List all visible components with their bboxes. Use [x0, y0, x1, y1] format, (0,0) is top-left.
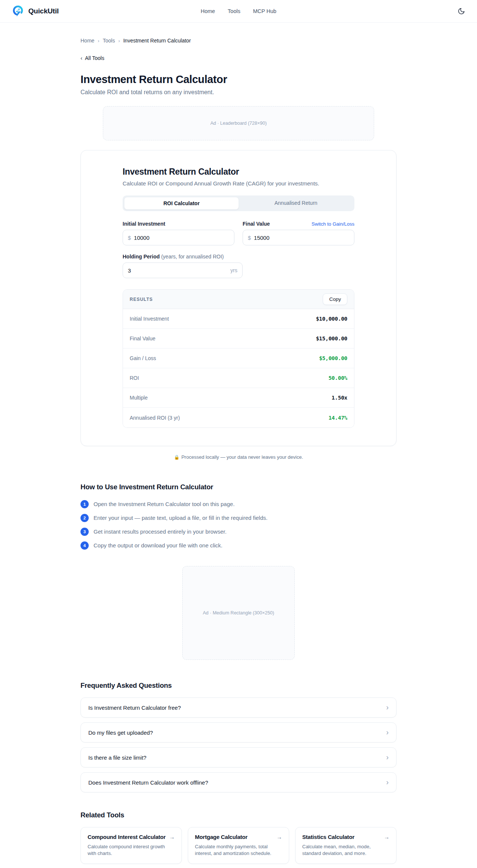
faq-item[interactable]: Is Investment Return Calculator free? › — [80, 697, 397, 718]
holding-period-hint: (years, for annualised ROI) — [160, 254, 224, 260]
result-row: Multiple 1.50x — [123, 388, 354, 408]
calculator-title: Investment Return Calculator — [123, 167, 354, 177]
related-card-mortgage[interactable]: Mortgage Calculator → Calculate monthly … — [188, 827, 289, 864]
chevron-right-icon: › — [386, 753, 389, 761]
chevron-right-icon: › — [386, 703, 389, 711]
switch-to-gain-loss-link[interactable]: Switch to Gain/Loss — [312, 221, 354, 227]
ad-leaderboard-label: Ad · Leaderboard (728×90) — [210, 121, 266, 126]
result-value: $10,000.00 — [316, 316, 347, 322]
tab-roi-calculator[interactable]: ROI Calculator — [124, 197, 239, 210]
holding-period-input[interactable] — [128, 267, 227, 274]
ad-leaderboard: Ad · Leaderboard (728×90) — [103, 106, 374, 140]
final-value-input[interactable] — [254, 235, 349, 241]
step-number-badge: 1 — [80, 500, 89, 508]
privacy-note: 🔒Processed locally — your data never lea… — [80, 454, 397, 460]
result-value: $15,000.00 — [316, 336, 347, 341]
how-to-section: How to Use Investment Return Calculator … — [80, 483, 397, 550]
how-to-title: How to Use Investment Return Calculator — [80, 483, 397, 491]
holding-period-row: Holding Period (years, for annualised RO… — [123, 254, 354, 278]
dollar-prefix: $ — [248, 235, 251, 241]
chevron-right-icon: › — [386, 728, 389, 736]
moon-icon[interactable] — [458, 7, 465, 15]
faq-item[interactable]: Does Investment Return Calculator work o… — [80, 772, 397, 792]
site-header: QuickUtil Home Tools MCP Hub — [0, 0, 477, 23]
yrs-suffix: yrs — [230, 267, 237, 273]
arrow-right-icon: → — [169, 834, 175, 840]
chevron-right-icon: › — [386, 778, 389, 786]
main-nav: Home Tools MCP Hub — [109, 8, 368, 14]
chevron-left-icon: ‹ — [80, 55, 82, 61]
breadcrumb-current: Investment Return Calculator — [123, 38, 191, 44]
step-number-badge: 4 — [80, 541, 89, 550]
result-value: 50.00% — [328, 375, 347, 381]
page-subtitle: Calculate ROI and total returns on any i… — [80, 89, 397, 96]
faq-title: Frequently Asked Questions — [80, 681, 397, 690]
result-value: $5,000.00 — [319, 355, 347, 361]
related-card-statistics[interactable]: Statistics Calculator → Calculate mean, … — [295, 827, 397, 864]
result-row: Gain / Loss $5,000.00 — [123, 349, 354, 368]
initial-investment-input[interactable] — [134, 235, 229, 241]
results-panel: RESULTS Copy Initial Investment $10,000.… — [123, 289, 354, 428]
tab-annualised-return[interactable]: Annualised Return — [239, 197, 353, 210]
nav-tools[interactable]: Tools — [228, 8, 240, 14]
arrow-right-icon: → — [277, 834, 282, 840]
theme-toggle[interactable] — [368, 7, 465, 15]
initial-investment-label: Initial Investment — [123, 221, 165, 227]
results-header: RESULTS Copy — [123, 290, 354, 309]
breadcrumb-separator-icon: › — [118, 38, 120, 44]
faq-item[interactable]: Do my files get uploaded? › — [80, 722, 397, 743]
result-value: 14.47% — [328, 415, 347, 421]
final-value-field: $ — [243, 230, 354, 245]
final-value-label: Final Value — [243, 221, 270, 227]
step-number-badge: 3 — [80, 528, 89, 536]
nav-mcp-hub[interactable]: MCP Hub — [253, 8, 277, 14]
how-to-step: 1 Open the Investment Return Calculator … — [80, 500, 397, 508]
breadcrumb-separator-icon: › — [98, 38, 99, 44]
faq-item[interactable]: Is there a file size limit? › — [80, 747, 397, 767]
calculator-card: Investment Return Calculator Calculate R… — [80, 150, 397, 446]
step-number-badge: 2 — [80, 514, 89, 522]
faq-section: Frequently Asked Questions Is Investment… — [80, 681, 397, 792]
lock-icon: 🔒 — [174, 455, 180, 460]
copy-button[interactable]: Copy — [323, 293, 347, 305]
breadcrumb-home[interactable]: Home — [80, 38, 94, 44]
result-row: Annualised ROI (3 yr) 14.47% — [123, 408, 354, 427]
holding-period-label: Holding Period (years, for annualised RO… — [123, 254, 224, 260]
page-title: Investment Return Calculator — [80, 73, 397, 86]
breadcrumb-tools[interactable]: Tools — [103, 38, 115, 44]
initial-investment-field: $ — [123, 230, 234, 245]
related-tools-title: Related Tools — [80, 811, 397, 819]
arrow-right-icon: → — [384, 834, 389, 840]
breadcrumb: Home › Tools › Investment Return Calcula… — [80, 38, 397, 44]
quickutil-logo-icon — [12, 5, 25, 18]
how-to-step: 4 Copy the output or download your file … — [80, 541, 397, 550]
related-card-compound-interest[interactable]: Compound Interest Calculator → Calculate… — [80, 827, 182, 864]
dollar-prefix: $ — [128, 235, 131, 241]
result-value: 1.50x — [332, 395, 347, 401]
all-tools-back-link[interactable]: ‹ All Tools — [80, 55, 104, 61]
brand[interactable]: QuickUtil — [12, 5, 109, 18]
how-to-step: 3 Get instant results processed entirely… — [80, 528, 397, 536]
back-link-label: All Tools — [85, 55, 104, 61]
brand-name: QuickUtil — [28, 7, 59, 15]
calculator-form: Initial Investment $ Final Value Switch … — [123, 221, 354, 245]
result-row: Initial Investment $10,000.00 — [123, 309, 354, 329]
result-row: ROI 50.00% — [123, 368, 354, 388]
calculator-subtitle: Calculate ROI or Compound Annual Growth … — [123, 180, 354, 187]
nav-home[interactable]: Home — [200, 8, 215, 14]
how-to-step: 2 Enter your input — paste text, upload … — [80, 514, 397, 522]
related-tools-section: Related Tools Compound Interest Calculat… — [80, 811, 397, 864]
calculator-tabs: ROI Calculator Annualised Return — [123, 195, 354, 211]
holding-period-field: yrs — [123, 263, 243, 278]
ad-medium-rectangle: Ad · Medium Rectangle (300×250) — [182, 566, 295, 660]
results-title: RESULTS — [130, 297, 153, 302]
result-row: Final Value $15,000.00 — [123, 329, 354, 349]
ad-medium-rectangle-label: Ad · Medium Rectangle (300×250) — [203, 610, 274, 616]
